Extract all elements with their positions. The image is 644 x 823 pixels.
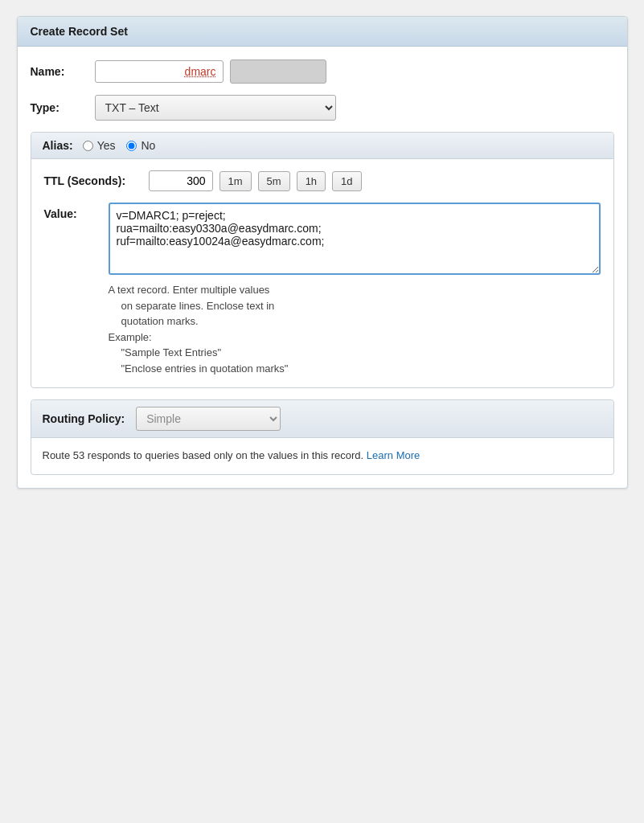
panel-body: Name: Type: TXT – Text A – IPv4 address … — [18, 47, 627, 488]
type-row: Type: TXT – Text A – IPv4 address AAAA –… — [31, 95, 614, 121]
routing-header: Routing Policy: Simple Weighted Latency … — [31, 400, 613, 438]
ttl-input[interactable] — [149, 170, 213, 191]
panel-header: Create Record Set — [18, 17, 627, 47]
name-suffix — [230, 59, 326, 84]
ttl-controls: 1m 5m 1h 1d — [149, 170, 362, 191]
alias-no-label[interactable]: No — [126, 139, 155, 152]
value-container: v=DMARC1; p=reject; rua=mailto:easy0330a… — [109, 203, 601, 376]
alias-section-body: TTL (Seconds): 1m 5m 1h 1d Value: v=DMAR… — [31, 159, 613, 387]
routing-description: Route 53 responds to queries based only … — [43, 449, 364, 461]
name-input[interactable] — [95, 60, 224, 83]
routing-section: Routing Policy: Simple Weighted Latency … — [31, 399, 614, 475]
value-hint: A text record. Enter multiple values on … — [109, 282, 601, 376]
value-hint-line3: quotation marks. — [121, 315, 199, 327]
create-record-set-panel: Create Record Set Name: Type: TXT – Text… — [17, 16, 628, 489]
value-example-label: Example: — [109, 331, 152, 343]
routing-body: Route 53 responds to queries based only … — [31, 438, 613, 474]
value-textarea[interactable]: v=DMARC1; p=reject; rua=mailto:easy0330a… — [109, 203, 601, 275]
alias-yes-radio[interactable] — [83, 141, 93, 151]
name-label: Name: — [31, 65, 95, 78]
value-label: Value: — [44, 203, 100, 220]
value-row: Value: v=DMARC1; p=reject; rua=mailto:ea… — [44, 203, 601, 376]
ttl-5m-button[interactable]: 5m — [258, 171, 290, 191]
alias-section: Alias: Yes No TTL (Seconds): — [31, 132, 614, 388]
ttl-1m-button[interactable]: 1m — [219, 171, 252, 191]
alias-label: Alias: — [43, 139, 73, 152]
name-row: Name: — [31, 59, 614, 84]
value-example-line1: "Sample Text Entries" — [121, 346, 222, 358]
learn-more-link[interactable]: Learn More — [367, 449, 420, 461]
value-hint-line1: A text record. Enter multiple values — [109, 284, 270, 296]
type-select[interactable]: TXT – Text A – IPv4 address AAAA – IPv6 … — [95, 95, 336, 121]
alias-yes-label[interactable]: Yes — [83, 139, 116, 152]
alias-no-text: No — [141, 139, 155, 152]
type-label: Type: — [31, 101, 95, 114]
alias-no-radio[interactable] — [126, 141, 137, 151]
ttl-label: TTL (Seconds): — [44, 174, 149, 187]
routing-select[interactable]: Simple Weighted Latency Failover Geoloca… — [136, 407, 281, 431]
alias-section-header: Alias: Yes No — [31, 133, 613, 159]
alias-radio-group: Yes No — [83, 139, 156, 152]
panel-title: Create Record Set — [31, 25, 128, 38]
ttl-1h-button[interactable]: 1h — [297, 171, 326, 191]
value-example-line2: "Enclose entries in quotation marks" — [121, 362, 289, 375]
value-hint-line2: on separate lines. Enclose text in — [121, 300, 275, 312]
routing-label: Routing Policy: — [43, 412, 125, 425]
ttl-1d-button[interactable]: 1d — [332, 171, 361, 191]
name-input-wrapper — [95, 59, 326, 84]
ttl-row: TTL (Seconds): 1m 5m 1h 1d — [44, 170, 601, 191]
alias-yes-text: Yes — [97, 139, 116, 152]
